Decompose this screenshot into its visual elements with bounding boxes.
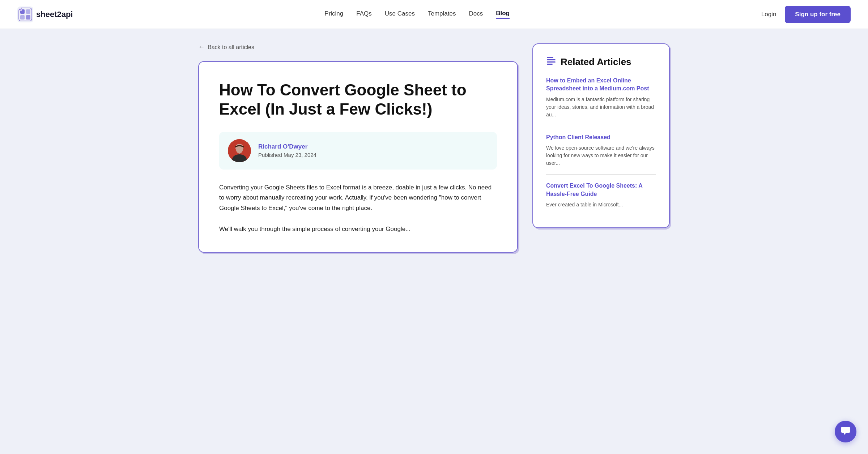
svg-rect-3: [26, 9, 30, 14]
related-article-3: Convert Excel To Google Sheets: A Hassle…: [546, 182, 656, 209]
svg-rect-14: [547, 64, 553, 65]
related-divider-2: [546, 174, 656, 175]
back-arrow-icon: ←: [198, 43, 205, 51]
article-title: How To Convert Google Sheet to Excel (In…: [219, 81, 497, 119]
nav-faqs[interactable]: FAQs: [356, 10, 372, 19]
related-article-2: Python Client Released We love open-sour…: [546, 133, 656, 167]
header: sheet2api Pricing FAQs Use Cases Templat…: [0, 0, 868, 29]
author-info: Richard O'Dwyer Published May 23, 2024: [258, 143, 316, 158]
related-header: Related Articles: [546, 56, 656, 68]
related-article-1: How to Embed an Excel Online Spreadsheet…: [546, 77, 656, 119]
main-content: ← Back to all articles How To Convert Go…: [181, 29, 687, 267]
nav-use-cases[interactable]: Use Cases: [385, 10, 415, 19]
logo-icon: [17, 7, 33, 22]
chat-bubble-icon: [841, 425, 851, 438]
related-article-1-desc: Medium.com is a fantastic platform for s…: [546, 96, 656, 119]
author-avatar: [228, 139, 251, 162]
related-article-3-title[interactable]: Convert Excel To Google Sheets: A Hassle…: [546, 182, 656, 198]
article-para-2: We'll walk you through the simple proces…: [219, 224, 497, 235]
signup-button[interactable]: Sign up for free: [785, 6, 851, 23]
related-article-2-title[interactable]: Python Client Released: [546, 133, 656, 141]
related-article-1-title[interactable]: How to Embed an Excel Online Spreadsheet…: [546, 77, 656, 93]
author-box: Richard O'Dwyer Published May 23, 2024: [219, 132, 497, 170]
article-para-1: Converting your Google Sheets files to E…: [219, 183, 497, 214]
svg-rect-5: [26, 15, 30, 20]
chat-bubble-button[interactable]: [835, 421, 856, 442]
back-link[interactable]: ← Back to all articles: [198, 43, 518, 51]
svg-rect-12: [547, 59, 556, 60]
login-link[interactable]: Login: [761, 11, 776, 18]
related-section-title: Related Articles: [561, 56, 631, 68]
related-articles-icon: [546, 56, 556, 68]
nav-pricing[interactable]: Pricing: [324, 10, 343, 19]
article-column: ← Back to all articles How To Convert Go…: [198, 43, 518, 253]
related-articles-card: Related Articles How to Embed an Excel O…: [532, 43, 670, 228]
related-divider-1: [546, 126, 656, 126]
logo[interactable]: sheet2api: [17, 7, 73, 22]
nav-blog[interactable]: Blog: [496, 10, 510, 19]
svg-point-6: [18, 8, 22, 11]
svg-rect-11: [547, 57, 553, 58]
author-name[interactable]: Richard O'Dwyer: [258, 143, 316, 150]
logo-text: sheet2api: [36, 10, 73, 19]
related-article-3-desc: Ever created a table in Microsoft...: [546, 201, 656, 209]
nav-templates[interactable]: Templates: [428, 10, 456, 19]
nav-right: Login Sign up for free: [761, 6, 851, 23]
article-card: How To Convert Google Sheet to Excel (In…: [198, 61, 518, 253]
related-column: Related Articles How to Embed an Excel O…: [532, 43, 670, 253]
related-article-2-desc: We love open-source software and we're a…: [546, 144, 656, 167]
svg-rect-13: [547, 61, 556, 63]
nav-docs[interactable]: Docs: [469, 10, 483, 19]
main-nav: Pricing FAQs Use Cases Templates Docs Bl…: [324, 10, 510, 19]
article-body: Converting your Google Sheets files to E…: [219, 183, 497, 235]
svg-rect-4: [20, 15, 25, 20]
back-link-label: Back to all articles: [208, 44, 254, 51]
author-date: Published May 23, 2024: [258, 152, 316, 158]
